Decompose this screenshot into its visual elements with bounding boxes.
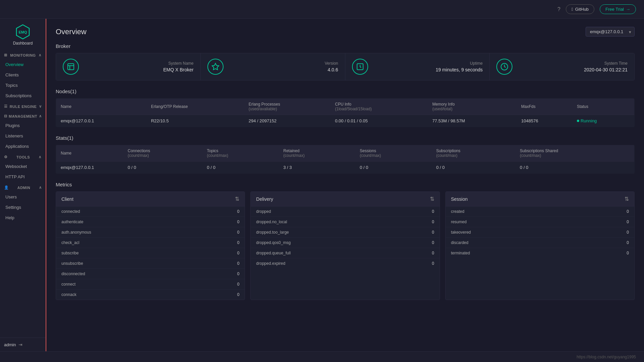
- sidebar-item-listeners[interactable]: Listeners: [0, 131, 46, 141]
- session-metrics-header: Session ⇅: [446, 192, 634, 206]
- metric-row-takeovered: takeovered 0: [446, 227, 634, 238]
- metric-label-authenticate: authenticate: [61, 220, 83, 224]
- sidebar-item-clients[interactable]: Clients: [0, 70, 46, 80]
- uptime-label: Uptime: [374, 61, 483, 66]
- admin-username: admin: [4, 342, 16, 347]
- node-name: emqx@127.0.0.1: [56, 115, 146, 127]
- tools-section: ⚙ TOOLS ∧ Websocket HTTP API: [0, 152, 46, 182]
- metric-label-created: created: [451, 209, 464, 214]
- stats-table: Name Connections(count/max) Topics(count…: [56, 145, 635, 174]
- uptime-icon: [352, 59, 368, 75]
- nodes-th-erlang-proc: Erlang Processes(used/avaliable): [244, 99, 330, 115]
- metric-row-resumed: resumed 0: [446, 217, 634, 227]
- metric-label-auth-anonymous: auth.anonymous: [61, 230, 91, 235]
- metric-row-unsubscribe: unsubscribe 0: [56, 258, 245, 269]
- nodes-th-maxfds: MaxFds: [516, 99, 572, 115]
- management-header[interactable]: ⊟ MANAGEMENT ∧: [0, 111, 46, 120]
- rule-engine-section: ☰ RULE ENGINE ∨: [0, 101, 46, 111]
- admin-header[interactable]: 👤 ADMIN ∧: [0, 182, 46, 192]
- metric-value-connect: 0: [237, 282, 240, 287]
- metric-value-created: 0: [627, 209, 629, 214]
- sidebar-item-help[interactable]: Help: [0, 213, 46, 223]
- metric-row-connack: connack 0: [56, 290, 245, 300]
- nodes-th-cpu: CPU Info(1load/5load/15load): [330, 99, 428, 115]
- monitoring-label: MONITORING: [10, 53, 36, 57]
- client-metrics-card: Client ⇅ connected 0 authenticate 0 auth…: [56, 191, 245, 300]
- sidebar: EMQ Dashboard ⊞ MONITORING ∧ Overview Cl…: [0, 19, 46, 351]
- sidebar-item-overview[interactable]: Overview: [0, 59, 46, 70]
- chevron-down-icon: ∨: [39, 104, 42, 109]
- metric-row-check-acl: check_acl 0: [56, 238, 245, 248]
- nodes-section-title: Nodes(1): [56, 88, 635, 94]
- metric-value-discarded: 0: [627, 240, 629, 245]
- sidebar-item-plugins[interactable]: Plugins: [0, 120, 46, 131]
- sidebar-item-users[interactable]: Users: [0, 192, 46, 202]
- node-selector[interactable]: emqx@127.0.0.1: [586, 27, 635, 37]
- metric-label-takeovered: takeovered: [451, 230, 471, 235]
- metric-label-unsubscribe: unsubscribe: [61, 261, 83, 266]
- stat-sessions: 0 / 0: [355, 162, 432, 174]
- metric-label-resumed: resumed: [451, 220, 467, 224]
- metric-row-connected: connected 0: [56, 206, 245, 217]
- metric-value-dropped-no-local: 0: [432, 220, 434, 224]
- metric-label-connected: connected: [61, 209, 80, 214]
- delivery-sort-icon[interactable]: ⇅: [430, 196, 434, 202]
- footer-link: https://blog.csdn.net/guyang1995: [577, 355, 636, 359]
- system-time-info: System Time 2020-04-30 01:22:21: [518, 61, 628, 72]
- metric-row-disconnected: disconnected 0: [56, 269, 245, 279]
- metric-value-dropped-too-large: 0: [432, 230, 434, 235]
- monitoring-header[interactable]: ⊞ MONITORING ∧: [0, 50, 46, 59]
- metric-row-subscribe: subscribe 0: [56, 248, 245, 258]
- rule-icon: ☰: [4, 104, 8, 109]
- metric-row-dropped-qos0-msg: dropped.qos0_msg 0: [251, 238, 439, 248]
- sidebar-item-http-api[interactable]: HTTP API: [0, 172, 46, 182]
- metric-row-dropped-too-large: dropped.too_large 0: [251, 227, 439, 238]
- stats-th-connections: Connections(count/max): [123, 145, 202, 162]
- metric-row-auth-anonymous: auth.anonymous 0: [56, 227, 245, 238]
- stats-th-topics: Topics(count/max): [202, 145, 279, 162]
- chevron-up-icon: ∧: [39, 53, 42, 57]
- system-name-value: EMQ X Broker: [84, 67, 194, 72]
- stat-name: emqx@127.0.0.1: [56, 162, 123, 174]
- session-sort-icon[interactable]: ⇅: [625, 196, 629, 202]
- tools-icon: ⚙: [4, 155, 8, 159]
- nodes-th-erlang-otp: Erlang/OTP Release: [146, 99, 244, 115]
- nodes-section: Nodes(1) Name Erlang/OTP Release Erlang …: [56, 88, 635, 127]
- metric-value-terminated: 0: [627, 251, 629, 255]
- metric-value-connected: 0: [237, 209, 240, 214]
- uptime-info: Uptime 19 minutes, 9 seconds: [374, 61, 483, 72]
- sidebar-item-subscriptions[interactable]: Subscriptions: [0, 90, 46, 101]
- sidebar-item-applications[interactable]: Applications: [0, 141, 46, 152]
- footer: https://blog.csdn.net/guyang1995: [0, 351, 644, 362]
- sidebar-item-websocket[interactable]: Websocket: [0, 161, 46, 172]
- rule-engine-header[interactable]: ☰ RULE ENGINE ∨: [0, 101, 46, 111]
- github-button[interactable]:  GitHub: [566, 4, 594, 14]
- metric-row-created: created 0: [446, 206, 634, 217]
- help-icon[interactable]: ?: [557, 6, 560, 12]
- sidebar-item-settings[interactable]: Settings: [0, 202, 46, 213]
- delivery-metrics-header: Delivery ⇅: [251, 192, 439, 206]
- client-metrics-title: Client: [61, 196, 73, 202]
- metric-value-dropped-expired: 0: [432, 261, 434, 266]
- nodes-th-status: Status: [572, 99, 635, 115]
- metric-label-dropped-too-large: dropped.too_large: [256, 230, 289, 235]
- node-status: Running: [572, 115, 635, 127]
- version-icon: [207, 59, 224, 75]
- arrow-icon: →: [626, 7, 630, 12]
- freetrial-button[interactable]: Free Trial →: [600, 4, 636, 14]
- metric-value-takeovered: 0: [627, 230, 629, 235]
- github-icon: : [572, 7, 573, 12]
- node-erlang-proc: 294 / 2097152: [244, 115, 330, 127]
- tools-header[interactable]: ⚙ TOOLS ∧: [0, 152, 46, 161]
- grid-icon: ⊞: [4, 53, 7, 57]
- management-label: MANAGEMENT: [9, 114, 37, 118]
- broker-card-uptime: Uptime 19 minutes, 9 seconds: [345, 53, 490, 80]
- stat-connections: 0 / 0: [123, 162, 202, 174]
- metric-row-dropped-queue-full: dropped.queue_full 0: [251, 248, 439, 258]
- client-sort-icon[interactable]: ⇅: [235, 196, 239, 202]
- logout-icon[interactable]: ⇥: [18, 342, 22, 347]
- stat-subscriptions-shared: 0 / 0: [515, 162, 634, 174]
- admin-label: ADMIN: [17, 186, 31, 190]
- stat-retained: 3 / 3: [279, 162, 355, 174]
- sidebar-item-topics[interactable]: Topics: [0, 80, 46, 90]
